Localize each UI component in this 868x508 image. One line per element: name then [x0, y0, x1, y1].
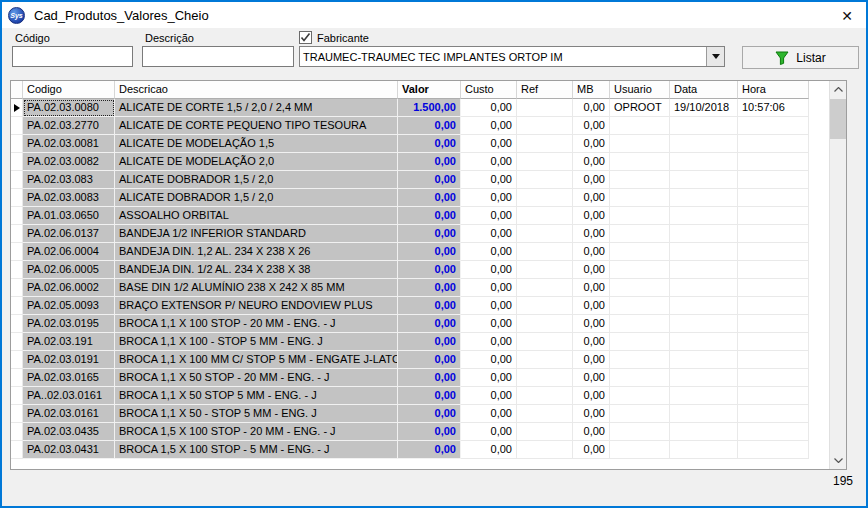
row-indicator[interactable] [11, 261, 23, 279]
grid-cell-descricao[interactable]: BROCA 1,1 X 50 STOP 5 MM - ENG. - J [115, 387, 398, 405]
grid-cell-ref[interactable] [517, 171, 573, 189]
grid-cell-usuario[interactable] [610, 333, 670, 351]
grid-cell-mb[interactable]: 0,00 [573, 315, 610, 333]
grid-cell-descricao[interactable]: BRAÇO EXTENSOR P/ NEURO ENDOVIEW PLUS [115, 297, 398, 315]
column-header-data[interactable]: Data [670, 81, 738, 99]
grid-cell-codigo[interactable]: PA.02.03.0195 [23, 315, 115, 333]
row-indicator[interactable] [11, 279, 23, 297]
grid-cell-mb[interactable]: 0,00 [573, 135, 610, 153]
codigo-input[interactable] [12, 46, 133, 67]
grid-cell-codigo[interactable]: PA.02.03.2770 [23, 117, 115, 135]
grid-cell-codigo[interactable]: PA.02.03.083 [23, 171, 115, 189]
grid-cell-usuario[interactable] [610, 171, 670, 189]
grid-cell-usuario[interactable] [610, 135, 670, 153]
vertical-scrollbar[interactable] [829, 81, 846, 469]
grid-cell-custo[interactable]: 0,00 [461, 171, 517, 189]
grid-cell-custo[interactable]: 0,00 [461, 333, 517, 351]
grid-cell-mb[interactable]: 0,00 [573, 207, 610, 225]
grid-cell-codigo[interactable]: PA.02.03.0082 [23, 153, 115, 171]
grid-cell-codigo[interactable]: PA.02.06.0005 [23, 261, 115, 279]
column-header-codigo[interactable]: Codigo [23, 81, 115, 99]
grid-cell-ref[interactable] [517, 405, 573, 423]
grid-cell-usuario[interactable] [610, 153, 670, 171]
grid-cell-codigo[interactable]: PA..02.03.0161 [23, 387, 115, 405]
grid-cell-valor[interactable]: 0,00 [398, 333, 461, 351]
grid-cell-custo[interactable]: 0,00 [461, 99, 517, 117]
current-row-indicator[interactable] [11, 99, 23, 117]
grid-cell-data[interactable]: 19/10/2018 [670, 99, 738, 117]
grid-cell-usuario[interactable] [610, 387, 670, 405]
grid-cell-codigo[interactable]: PA.02.03.0161 [23, 405, 115, 423]
grid-cell-valor[interactable]: 0,00 [398, 315, 461, 333]
row-indicator[interactable] [11, 333, 23, 351]
grid-cell-data[interactable] [670, 387, 738, 405]
grid-cell-hora[interactable] [738, 315, 809, 333]
grid-cell-custo[interactable]: 0,00 [461, 207, 517, 225]
grid-cell-codigo[interactable]: PA.02.03.0080 [23, 99, 115, 117]
grid-cell-custo[interactable]: 0,00 [461, 369, 517, 387]
grid-cell-descricao[interactable]: BROCA 1,1 X 100 MM C/ STOP 5 MM - ENGATE… [115, 351, 398, 369]
column-header-hora[interactable]: Hora [738, 81, 809, 99]
grid-cell-custo[interactable]: 0,00 [461, 261, 517, 279]
grid-cell-hora[interactable] [738, 261, 809, 279]
row-indicator[interactable] [11, 189, 23, 207]
grid-cell-hora[interactable] [738, 369, 809, 387]
grid-cell-data[interactable] [670, 189, 738, 207]
grid-cell-hora[interactable] [738, 243, 809, 261]
grid-cell-hora[interactable] [738, 441, 809, 459]
grid-cell-usuario[interactable] [610, 297, 670, 315]
grid-cell-hora[interactable] [738, 279, 809, 297]
grid-cell-data[interactable] [670, 243, 738, 261]
grid-cell-codigo[interactable]: PA.02.06.0002 [23, 279, 115, 297]
grid-cell-mb[interactable]: 0,00 [573, 117, 610, 135]
grid-cell-ref[interactable] [517, 369, 573, 387]
grid-cell-custo[interactable]: 0,00 [461, 135, 517, 153]
listar-button[interactable]: Listar [742, 46, 859, 69]
row-indicator[interactable] [11, 297, 23, 315]
grid-cell-data[interactable] [670, 153, 738, 171]
grid-cell-descricao[interactable]: ASSOALHO ORBITAL [115, 207, 398, 225]
grid-cell-valor[interactable]: 0,00 [398, 153, 461, 171]
grid-cell-ref[interactable] [517, 351, 573, 369]
grid-cell-ref[interactable] [517, 135, 573, 153]
grid-cell-valor[interactable]: 1.500,00 [398, 99, 461, 117]
row-indicator[interactable] [11, 351, 23, 369]
row-indicator[interactable] [11, 225, 23, 243]
grid-cell-descricao[interactable]: BROCA 1,5 X 100 STOP - 20 MM - ENG. - J [115, 423, 398, 441]
grid-cell-data[interactable] [670, 441, 738, 459]
grid-cell-codigo[interactable]: PA.01.03.0650 [23, 207, 115, 225]
grid-cell-codigo[interactable]: PA.02.06.0004 [23, 243, 115, 261]
grid-cell-codigo[interactable]: PA.02.03.0431 [23, 441, 115, 459]
row-indicator[interactable] [11, 369, 23, 387]
descricao-input[interactable] [142, 46, 294, 67]
grid-cell-mb[interactable]: 0,00 [573, 279, 610, 297]
grid-cell-descricao[interactable]: BROCA 1,1 X 50 - STOP 5 MM - ENG. J [115, 405, 398, 423]
grid-cell-data[interactable] [670, 315, 738, 333]
row-indicator[interactable] [11, 405, 23, 423]
column-header-descricao[interactable]: Descricao [115, 81, 398, 99]
grid-cell-usuario[interactable] [610, 405, 670, 423]
grid-cell-custo[interactable]: 0,00 [461, 297, 517, 315]
grid-cell-data[interactable] [670, 135, 738, 153]
scroll-down-icon[interactable] [830, 452, 847, 469]
grid-cell-mb[interactable]: 0,00 [573, 189, 610, 207]
grid-cell-descricao[interactable]: ALICATE DE MODELAÇÃO 2,0 [115, 153, 398, 171]
grid-cell-usuario[interactable] [610, 441, 670, 459]
grid-cell-data[interactable] [670, 369, 738, 387]
column-header-usuario[interactable]: Usuario [610, 81, 670, 99]
grid-cell-custo[interactable]: 0,00 [461, 243, 517, 261]
grid-cell-valor[interactable]: 0,00 [398, 423, 461, 441]
grid-cell-valor[interactable]: 0,00 [398, 243, 461, 261]
grid-cell-usuario[interactable] [610, 225, 670, 243]
grid-cell-codigo[interactable]: PA.02.03.0083 [23, 189, 115, 207]
grid-cell-data[interactable] [670, 351, 738, 369]
grid-cell-descricao[interactable]: BROCA 1,1 X 100 STOP - 20 MM - ENG. - J [115, 315, 398, 333]
grid-cell-descricao[interactable]: ALICATE DE CORTE PEQUENO TIPO TESOURA [115, 117, 398, 135]
grid-cell-usuario[interactable] [610, 351, 670, 369]
grid-cell-data[interactable] [670, 297, 738, 315]
grid-cell-custo[interactable]: 0,00 [461, 387, 517, 405]
grid-cell-data[interactable] [670, 171, 738, 189]
grid-cell-ref[interactable] [517, 315, 573, 333]
column-header-ref[interactable]: Ref [517, 81, 573, 99]
row-indicator[interactable] [11, 387, 23, 405]
